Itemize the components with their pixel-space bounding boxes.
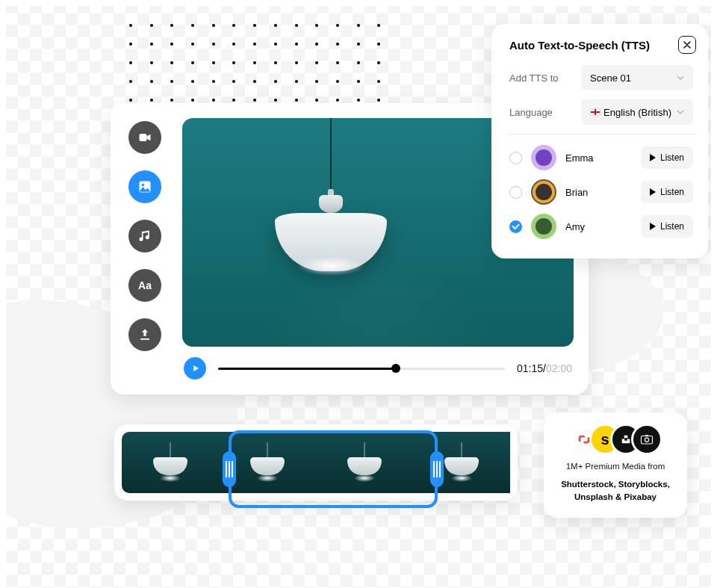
voice-avatar bbox=[531, 145, 556, 170]
image-tool-button[interactable] bbox=[128, 170, 161, 203]
clip-thumb[interactable] bbox=[316, 432, 413, 493]
play-icon bbox=[650, 223, 656, 230]
upload-icon bbox=[137, 327, 152, 342]
time-readout: 01:15/02:00 bbox=[517, 362, 572, 374]
music-icon bbox=[137, 229, 152, 244]
divider bbox=[506, 134, 696, 134]
seek-track[interactable] bbox=[218, 368, 505, 370]
svg-rect-5 bbox=[645, 435, 649, 436]
voice-radio[interactable] bbox=[509, 186, 522, 199]
svg-point-4 bbox=[645, 438, 648, 442]
seek-fill bbox=[218, 368, 396, 370]
voice-name: Brian bbox=[565, 187, 632, 198]
close-button[interactable] bbox=[678, 36, 696, 54]
music-tool-button[interactable] bbox=[128, 220, 161, 253]
clip-thumb[interactable] bbox=[413, 432, 510, 493]
image-icon bbox=[137, 179, 152, 194]
video-tool-button[interactable] bbox=[128, 121, 161, 154]
tts-title: Auto Text-to-Speech (TTS) bbox=[509, 39, 693, 52]
listen-button[interactable]: Listen bbox=[641, 215, 693, 238]
pixabay-logo bbox=[633, 426, 660, 453]
time-elapsed: 01:15 bbox=[517, 362, 543, 374]
tts-lang-label: Language bbox=[509, 107, 553, 118]
flag-icon bbox=[590, 108, 600, 116]
clip-thumb[interactable] bbox=[219, 432, 316, 493]
voice-row[interactable]: AmyListen bbox=[509, 214, 693, 239]
voice-radio[interactable] bbox=[509, 152, 522, 164]
close-icon bbox=[683, 41, 691, 49]
voice-name: Emma bbox=[565, 152, 632, 164]
svg-point-2 bbox=[142, 184, 144, 186]
svg-rect-0 bbox=[140, 134, 147, 141]
listen-button[interactable]: Listen bbox=[641, 181, 693, 203]
media-line-1: 1M+ Premium Media from bbox=[553, 462, 678, 471]
voice-avatar bbox=[531, 214, 556, 239]
tts-scene-label: Add TTS to bbox=[509, 72, 559, 84]
play-icon bbox=[650, 154, 656, 161]
svg-rect-3 bbox=[642, 436, 653, 445]
play-icon bbox=[191, 364, 200, 373]
listen-button[interactable]: Listen bbox=[641, 146, 693, 169]
voice-name: Amy bbox=[565, 221, 632, 232]
text-tool-button[interactable]: Aa bbox=[128, 269, 161, 302]
tool-rail: Aa bbox=[125, 118, 164, 380]
preview-art bbox=[275, 118, 387, 271]
chevron-down-icon bbox=[677, 74, 684, 81]
media-sources-card: s 1M+ Premium Media from Shutterstock, S… bbox=[544, 412, 687, 518]
text-icon: Aa bbox=[138, 279, 152, 291]
play-button[interactable] bbox=[184, 357, 206, 380]
media-logos: s bbox=[553, 426, 678, 453]
video-icon bbox=[137, 130, 152, 145]
time-total: 02:00 bbox=[546, 362, 572, 374]
tts-lang-select[interactable]: English (British) bbox=[581, 99, 693, 125]
voice-avatar bbox=[531, 179, 556, 205]
seek-knob[interactable] bbox=[391, 364, 400, 373]
media-line-2: Shutterstock, Storyblocks, Unsplash & Pi… bbox=[553, 478, 678, 504]
upload-tool-button[interactable] bbox=[128, 318, 161, 351]
play-icon bbox=[650, 188, 656, 196]
voice-row[interactable]: BrianListen bbox=[509, 179, 693, 205]
stage: Aa bbox=[6, 6, 711, 588]
clip-thumb[interactable] bbox=[122, 432, 219, 493]
filmstrip[interactable] bbox=[114, 424, 518, 501]
voice-radio[interactable] bbox=[509, 220, 522, 233]
chevron-down-icon bbox=[677, 108, 684, 116]
tts-scene-select[interactable]: Scene 01 bbox=[581, 65, 693, 90]
tts-panel: Auto Text-to-Speech (TTS) Add TTS to Sce… bbox=[491, 24, 708, 259]
voice-row[interactable]: EmmaListen bbox=[509, 145, 693, 170]
